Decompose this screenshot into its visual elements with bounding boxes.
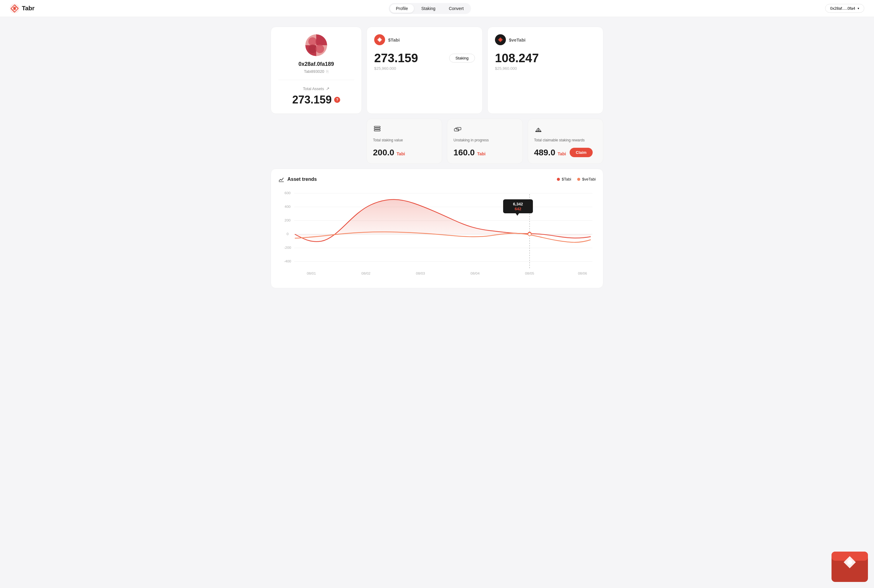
svg-text:08/04: 08/04 <box>470 272 480 275</box>
tabi-usd: $25,960.000 <box>374 66 475 71</box>
svg-text:400: 400 <box>285 205 291 208</box>
unstaking-icon <box>454 125 516 135</box>
stat-staking-label: Total staking value <box>373 138 436 143</box>
svg-text:200: 200 <box>285 219 291 222</box>
main-nav: Profile Staking Convert <box>389 3 471 14</box>
svg-text:08/01: 08/01 <box>307 272 316 275</box>
svg-point-11 <box>315 45 324 53</box>
stats-row: Total staking value 200.0 Tabi Unstaking… <box>366 118 603 164</box>
tabi-amount-row: 273.159 Staking <box>374 51 475 65</box>
svg-text:6,342: 6,342 <box>513 202 523 206</box>
chevron-down-icon: ▾ <box>857 7 859 10</box>
svg-text:08/02: 08/02 <box>362 272 371 275</box>
tabi-amount: 273.159 <box>374 51 418 65</box>
trending-icon: ↗ <box>326 86 330 91</box>
tabi-icon <box>374 34 385 45</box>
nav-convert[interactable]: Convert <box>443 4 470 13</box>
vetabi-name: $veTabi <box>509 38 526 42</box>
top-cards-row: 0x28af.0fa189 Tabi893020 ⎘ Total Assets … <box>271 27 603 114</box>
vetabi-usd: $25,960.000 <box>495 66 596 71</box>
svg-rect-19 <box>535 131 541 132</box>
chart-svg: 600 400 200 0 -200 -400 08/01 08/02 08/0… <box>278 190 596 280</box>
vetabi-header: $veTabi <box>495 34 596 45</box>
stat-staking: Total staking value 200.0 Tabi <box>366 118 442 164</box>
legend-tabi: $Tabi <box>557 177 571 182</box>
tabi-name: $Tabi <box>388 38 399 42</box>
svg-point-10 <box>308 45 317 53</box>
vetabi-dot <box>528 233 532 236</box>
svg-point-9 <box>315 38 324 46</box>
svg-point-12 <box>378 39 381 41</box>
chart-legend: $Tabi $veTabi <box>557 177 596 182</box>
svg-text:600: 600 <box>285 191 291 195</box>
svg-rect-45 <box>832 552 868 561</box>
svg-text:08/03: 08/03 <box>416 272 425 275</box>
copy-icon[interactable]: ⎘ <box>326 69 329 74</box>
svg-point-8 <box>308 38 317 46</box>
svg-marker-43 <box>516 213 519 216</box>
svg-point-46 <box>847 560 852 565</box>
staking-button[interactable]: Staking <box>449 54 475 63</box>
svg-rect-14 <box>374 128 380 129</box>
svg-rect-15 <box>374 130 380 131</box>
svg-text:08/06: 08/06 <box>578 272 587 275</box>
stat-rewards: Total claimable staking rewards 489.0 Ta… <box>528 118 603 164</box>
stack-icon <box>373 125 436 135</box>
svg-text:08/05: 08/05 <box>525 272 534 275</box>
legend-tabi-dot <box>557 178 560 181</box>
vetabi-card: $veTabi 108.247 $25,960.000 <box>487 27 603 114</box>
profile-sub: Tabi893020 ⎘ <box>304 69 328 74</box>
total-assets-value: 273.159 ? <box>292 93 340 106</box>
tabi-header: $Tabi <box>374 34 475 45</box>
vetabi-amount-row: 108.247 <box>495 51 596 65</box>
svg-text:642: 642 <box>515 207 521 211</box>
svg-rect-40 <box>503 200 533 213</box>
stat-rewards-value-row: 489.0 Tabi Claim <box>534 148 597 158</box>
stat-rewards-label: Total claimable staking rewards <box>534 138 597 143</box>
stat-unstaking-value: 160.0 Tabi <box>454 148 485 158</box>
profile-address: 0x28af.0fa189 <box>298 61 334 68</box>
svg-point-13 <box>499 39 502 41</box>
svg-rect-16 <box>374 126 380 128</box>
tabi-card: $Tabi 273.159 Staking $25,960.000 <box>366 27 482 114</box>
wallet-button[interactable]: 0x28af.....0fa4 ▾ <box>825 4 864 13</box>
stat-rewards-value: 489.0 Tabi <box>534 148 566 158</box>
wallet-address-short: 0x28af.....0fa4 <box>830 6 855 10</box>
main-content: 0x28af.0fa189 Tabi893020 ⎘ Total Assets … <box>261 17 613 303</box>
logo-text: Tabr <box>22 5 35 12</box>
avatar <box>305 34 327 56</box>
svg-rect-44 <box>832 552 868 582</box>
decoration-logo <box>826 540 874 588</box>
divider <box>278 80 354 80</box>
nav-profile[interactable]: Profile <box>390 4 414 13</box>
stat-unstaking: Unstaking in progress 160.0 Tabi <box>447 118 523 164</box>
vetabi-icon <box>495 34 506 45</box>
chart-card: Asset trends $Tabi $veTabi 600 400 200 0 <box>271 169 603 288</box>
claim-button[interactable]: Claim <box>570 148 592 157</box>
stat-staking-value: 200.0 Tabi <box>373 148 405 158</box>
profile-card: 0x28af.0fa189 Tabi893020 ⎘ Total Assets … <box>271 27 362 114</box>
legend-vetabi: $veTabi <box>577 177 596 182</box>
header: Tabr Profile Staking Convert 0x28af.....… <box>0 0 874 17</box>
trends-icon <box>278 176 284 182</box>
chart-area: 600 400 200 0 -200 -400 08/01 08/02 08/0… <box>278 190 596 280</box>
stat-unstaking-value-row: 160.0 Tabi <box>454 148 516 158</box>
chart-title: Asset trends <box>278 176 317 182</box>
rewards-icon <box>534 125 597 135</box>
svg-text:-400: -400 <box>284 260 291 263</box>
stat-unstaking-label: Unstaking in progress <box>454 138 516 143</box>
vetabi-amount: 108.247 <box>495 51 539 65</box>
logo: Tabr <box>10 4 35 14</box>
svg-text:0: 0 <box>287 232 288 236</box>
nav-staking[interactable]: Staking <box>415 4 442 13</box>
chart-header: Asset trends $Tabi $veTabi <box>278 176 596 182</box>
stat-staking-value-row: 200.0 Tabi <box>373 148 436 158</box>
svg-text:-200: -200 <box>284 246 291 249</box>
total-assets-label: Total Assets ↗ <box>303 86 329 91</box>
logo-icon <box>10 4 20 14</box>
question-badge[interactable]: ? <box>334 97 340 103</box>
legend-vetabi-dot <box>577 178 580 181</box>
